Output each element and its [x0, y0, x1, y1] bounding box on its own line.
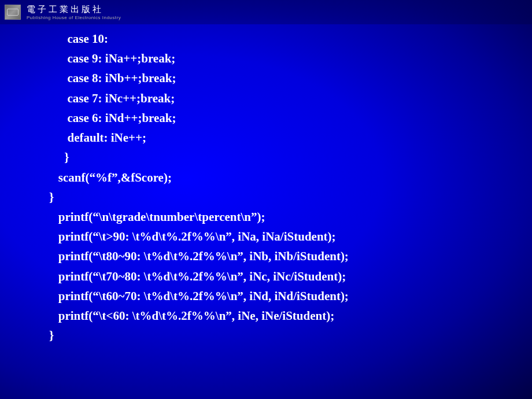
- header-title-en: Publishing House of Electronics Industry: [27, 15, 121, 20]
- header-title-cn: 電子工業出版社: [27, 4, 121, 15]
- publisher-logo-icon: [5, 5, 21, 20]
- code-block: case 10: case 9: iNa++;break; case 8: iN…: [49, 29, 349, 346]
- header-bar: 電子工業出版社 Publishing House of Electronics …: [0, 0, 532, 24]
- header-text-block: 電子工業出版社 Publishing House of Electronics …: [27, 4, 121, 20]
